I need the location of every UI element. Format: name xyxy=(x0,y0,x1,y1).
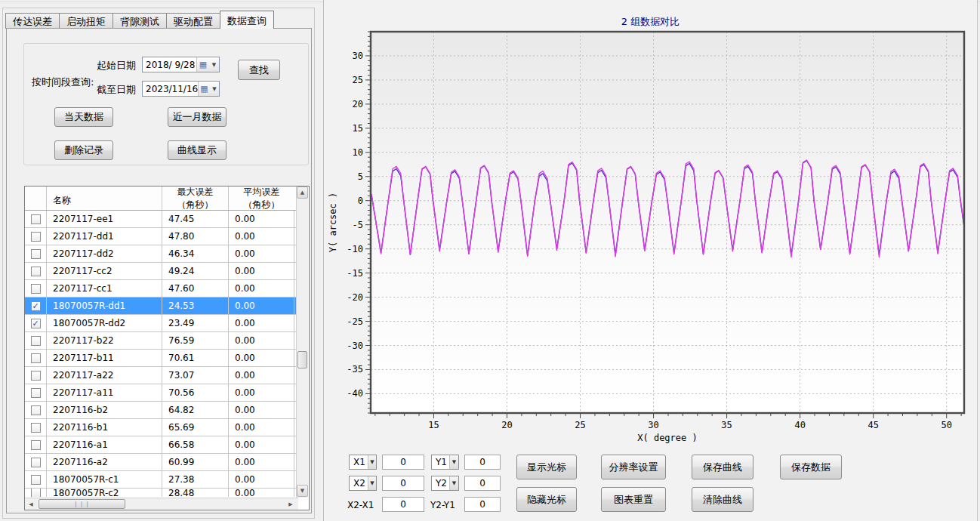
table-row[interactable]: 2207117-dd147.800.00 xyxy=(25,228,296,245)
cell-max-error: 23.49 xyxy=(162,315,229,331)
row-checkbox[interactable] xyxy=(31,267,41,276)
row-checkbox-cell: ✓ xyxy=(25,297,47,314)
svg-text:30: 30 xyxy=(353,51,363,61)
row-checkbox-cell xyxy=(25,384,47,401)
vertical-scroll-thumb[interactable] xyxy=(297,351,307,368)
table-row[interactable]: 2207116-a260.990.00 xyxy=(25,454,296,471)
svg-text:-15: -15 xyxy=(347,268,363,279)
y2-combo[interactable]: Y2 ▼ xyxy=(431,476,459,491)
chevron-down-icon[interactable]: ▼ xyxy=(449,476,458,490)
scroll-up-icon[interactable]: ▲ xyxy=(297,187,308,199)
dx-value-field[interactable]: 0 xyxy=(382,497,424,512)
save-data-button[interactable]: 保存数据 xyxy=(780,455,842,479)
row-checkbox[interactable] xyxy=(31,353,41,363)
row-checkbox[interactable] xyxy=(31,458,41,467)
table-row[interactable]: 2207117-b1170.610.00 xyxy=(25,350,296,367)
dy-value-field[interactable]: 0 xyxy=(464,497,501,512)
table-row[interactable]: 2207117-cc249.240.00 xyxy=(25,263,296,280)
chevron-down-icon[interactable]: ▼ xyxy=(209,57,219,72)
chevron-down-icon[interactable]: ▼ xyxy=(368,455,376,469)
tab-data-query[interactable]: 数据查询 xyxy=(220,11,274,29)
table-row[interactable]: 18070057R-c127.380.00 xyxy=(25,471,296,489)
row-checkbox[interactable] xyxy=(31,475,41,485)
row-checkbox[interactable] xyxy=(31,284,41,294)
cell-avg-error: 0.00 xyxy=(229,367,294,384)
row-checkbox[interactable]: ✓ xyxy=(31,319,41,328)
search-button[interactable]: 查找 xyxy=(238,60,280,80)
row-checkbox[interactable] xyxy=(31,371,41,381)
table-row[interactable]: 2207117-b2276.590.00 xyxy=(25,332,296,350)
chevron-down-icon[interactable]: ▼ xyxy=(210,82,219,96)
today-data-button[interactable]: 当天数据 xyxy=(54,107,113,127)
end-date-picker[interactable]: 2023/11/16 ▦ ▼ xyxy=(142,81,220,97)
table-row[interactable]: 2207117-a2273.070.00 xyxy=(25,367,296,384)
table-row[interactable]: 2207116-a166.580.00 xyxy=(25,436,296,454)
table-row[interactable]: 2207116-b264.820.00 xyxy=(25,402,296,419)
table-row[interactable]: 2207117-cc147.600.00 xyxy=(25,280,296,297)
svg-text:-30: -30 xyxy=(347,341,363,351)
table-row[interactable]: 2207117-dd246.340.00 xyxy=(25,245,296,263)
row-checkbox[interactable] xyxy=(31,440,41,450)
svg-text:15: 15 xyxy=(353,123,363,134)
row-checkbox[interactable] xyxy=(31,489,41,497)
vertical-scrollbar[interactable]: ▲ ▼ xyxy=(296,187,308,498)
cell-max-error: 66.58 xyxy=(162,436,229,453)
row-checkbox[interactable] xyxy=(31,405,41,415)
row-checkbox[interactable] xyxy=(31,249,41,259)
scroll-left-icon[interactable]: ◀ xyxy=(25,498,37,510)
y2-value-field[interactable]: 0 xyxy=(464,476,501,491)
horizontal-scroll-thumb[interactable]: ❘❘❘ xyxy=(39,499,125,509)
row-checkbox[interactable] xyxy=(31,388,41,398)
cell-name: 2207117-b11 xyxy=(47,350,162,366)
cell-max-error: 46.34 xyxy=(162,245,229,262)
save-curve-button[interactable]: 保存曲线 xyxy=(692,455,753,479)
table-row[interactable]: ✓18070057R-dd223.490.00 xyxy=(25,315,296,332)
svg-text:50: 50 xyxy=(941,420,951,430)
chevron-down-icon[interactable]: ▼ xyxy=(368,476,376,490)
row-checkbox[interactable] xyxy=(31,214,41,224)
start-date-value[interactable]: 2018/ 9/28 xyxy=(143,60,196,70)
x2-value-field[interactable]: 0 xyxy=(382,476,424,491)
last-month-data-button[interactable]: 近一月数据 xyxy=(168,107,227,127)
y1-value-field[interactable]: 0 xyxy=(464,455,501,470)
x1-combo[interactable]: X1 ▼ xyxy=(349,455,377,470)
resolution-settings-button[interactable]: 分辨率设置 xyxy=(601,455,666,479)
table-body: 2207117-ee147.450.002207117-dd147.800.00… xyxy=(25,211,296,497)
curve-display-button[interactable]: 曲线显示 xyxy=(168,140,227,160)
x2-combo[interactable]: X2 ▼ xyxy=(349,476,377,491)
end-date-value[interactable]: 2023/11/16 xyxy=(143,84,198,94)
table-row[interactable]: 2207116-b165.690.00 xyxy=(25,419,296,436)
scroll-right-icon[interactable]: ▶ xyxy=(285,498,297,510)
tab-backlash-test[interactable]: 背隙测试 xyxy=(112,13,167,29)
row-checkbox-cell xyxy=(25,350,47,366)
table-row[interactable]: ✓18070057R-dd124.530.00 xyxy=(25,297,296,315)
row-checkbox-cell xyxy=(25,211,47,227)
chevron-down-icon[interactable]: ▼ xyxy=(449,455,458,469)
y1-combo[interactable]: Y1 ▼ xyxy=(431,455,459,470)
tab-drive-config[interactable]: 驱动配置 xyxy=(166,13,220,29)
calendar-icon[interactable]: ▦ xyxy=(196,57,209,72)
row-checkbox[interactable] xyxy=(31,336,41,346)
query-groupbox: 按时间段查询: 起始日期 2018/ 9/28 ▦ ▼ 截至日期 2023/11… xyxy=(23,43,309,165)
cell-max-error: 64.82 xyxy=(162,402,229,418)
calendar-icon[interactable]: ▦ xyxy=(198,82,210,96)
start-date-picker[interactable]: 2018/ 9/28 ▦ ▼ xyxy=(142,57,220,72)
table-row[interactable]: 2207117-a1170.560.00 xyxy=(25,384,296,402)
x1-value-field[interactable]: 0 xyxy=(382,455,424,470)
table-row[interactable]: 18070057R-c228.480.00 xyxy=(25,489,296,497)
svg-text:15: 15 xyxy=(428,420,439,430)
row-checkbox[interactable] xyxy=(31,423,41,433)
hide-cursor-button[interactable]: 隐藏光标 xyxy=(516,487,577,512)
clear-curve-button[interactable]: 清除曲线 xyxy=(692,487,753,512)
row-checkbox[interactable]: ✓ xyxy=(31,301,41,311)
tab-start-torque[interactable]: 启动扭矩 xyxy=(59,13,113,29)
delete-record-button[interactable]: 删除记录 xyxy=(54,140,113,160)
show-cursor-button[interactable]: 显示光标 xyxy=(516,455,577,479)
chart-canvas[interactable]: 302520151050-5-10-15-20-25-30-35-4015202… xyxy=(325,26,975,449)
scroll-down-icon[interactable]: ▼ xyxy=(297,485,308,497)
tab-transmission-error[interactable]: 传达误差 xyxy=(5,13,60,29)
row-checkbox[interactable] xyxy=(31,232,41,242)
table-row[interactable]: 2207117-ee147.450.00 xyxy=(25,211,296,228)
chart-reset-button[interactable]: 图表重置 xyxy=(601,487,666,512)
horizontal-scrollbar[interactable]: ◀ ❘❘❘ ▶ xyxy=(25,498,298,510)
